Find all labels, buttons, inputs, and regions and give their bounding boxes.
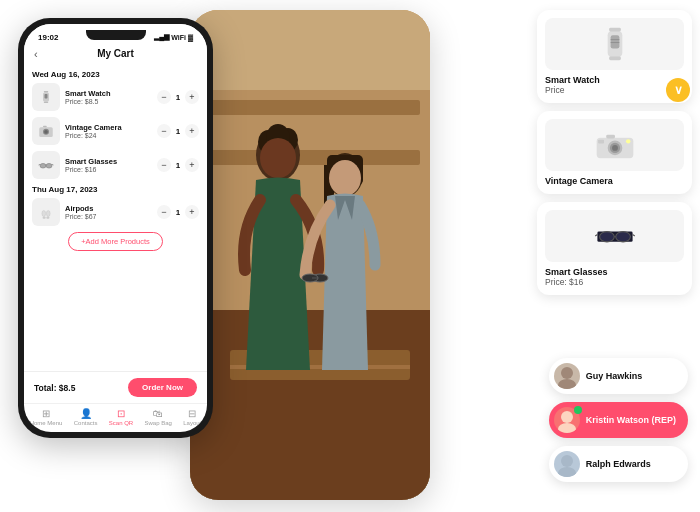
guy-avatar-wrap bbox=[554, 363, 580, 389]
nav-layout[interactable]: ⊟ Layout bbox=[183, 408, 201, 426]
nav-scan[interactable]: ⊡ Scan QR bbox=[109, 408, 133, 426]
svg-rect-16 bbox=[46, 217, 49, 219]
nav-bag-label: Swap Bag bbox=[145, 420, 172, 426]
camera-info: Vintage Camera Price: $24 bbox=[65, 123, 152, 139]
svg-rect-38 bbox=[610, 35, 619, 48]
camera-card-image bbox=[545, 119, 684, 171]
add-more-button[interactable]: +Add More Products bbox=[68, 232, 163, 251]
nav-home[interactable]: ⊞ Home Menu bbox=[30, 408, 63, 426]
online-indicator bbox=[574, 406, 582, 414]
svg-point-33 bbox=[329, 160, 361, 196]
contacts-icon: 👤 bbox=[80, 408, 92, 419]
svg-point-61 bbox=[558, 467, 576, 477]
bottom-nav: ⊞ Home Menu 👤 Contacts ⊡ Scan QR 🛍 Swap … bbox=[24, 403, 207, 432]
phone-mockup: 19:02 ▂▄▆ WiFi ▓ ‹ My Cart Wed Aug 16, 2… bbox=[18, 18, 213, 438]
camera-minus-btn[interactable]: − bbox=[157, 124, 171, 138]
camera-plus-btn[interactable]: + bbox=[185, 124, 199, 138]
watch-card-name: Smart Watch bbox=[545, 75, 684, 85]
nav-contacts[interactable]: 👤 Contacts bbox=[74, 408, 98, 426]
glasses-minus-btn[interactable]: − bbox=[157, 158, 171, 172]
glasses-name: Smart Glasses bbox=[65, 157, 152, 166]
scan-icon: ⊡ bbox=[117, 408, 125, 419]
cart-footer: Total: $8.5 Order Now bbox=[24, 371, 207, 403]
svg-rect-1 bbox=[45, 94, 48, 99]
camera-card-name: Vintage Camera bbox=[545, 176, 684, 186]
watch-minus-btn[interactable]: − bbox=[157, 90, 171, 104]
svg-rect-15 bbox=[43, 217, 46, 219]
svg-line-54 bbox=[595, 235, 597, 236]
center-photo bbox=[190, 10, 430, 500]
svg-point-13 bbox=[42, 211, 46, 217]
svg-point-58 bbox=[561, 411, 573, 423]
watch-card-price: Price bbox=[545, 85, 684, 95]
airpods-qty: 1 bbox=[174, 208, 182, 217]
phone-header: ‹ My Cart bbox=[24, 46, 207, 63]
svg-rect-2 bbox=[44, 91, 49, 93]
cart-item-watch: Smart Watch Price: $8.5 − 1 + bbox=[32, 83, 199, 111]
airpods-price: Price: $67 bbox=[65, 213, 152, 220]
airpods-minus-btn[interactable]: − bbox=[157, 205, 171, 219]
guy-avatar bbox=[554, 363, 580, 389]
watch-plus-btn[interactable]: + bbox=[185, 90, 199, 104]
cart-item-glasses: Smart Glasses Price: $16 − 1 + bbox=[32, 151, 199, 179]
glasses-price: Price: $16 bbox=[65, 166, 152, 173]
user-bubble-ralph[interactable]: Ralph Edwards bbox=[549, 446, 688, 482]
airpods-info: Airpods Price: $67 bbox=[65, 204, 152, 220]
glasses-qty-control: − 1 + bbox=[157, 158, 199, 172]
svg-point-8 bbox=[40, 164, 46, 169]
glasses-qty: 1 bbox=[174, 161, 182, 170]
user-bubbles-list: Guy Hawkins Kristin Watson (REP) Ralph E… bbox=[549, 358, 688, 482]
product-card-camera: Vintage Camera bbox=[537, 111, 692, 194]
glasses-plus-btn[interactable]: + bbox=[185, 158, 199, 172]
watch-qty-control: − 1 + bbox=[157, 90, 199, 104]
kristin-avatar-wrap bbox=[554, 407, 580, 433]
phone-notch bbox=[86, 30, 146, 40]
back-button[interactable]: ‹ bbox=[34, 48, 38, 60]
svg-rect-39 bbox=[609, 28, 621, 32]
product-card-glasses: Smart Glasses Price: $16 bbox=[537, 202, 692, 295]
ralph-avatar bbox=[554, 451, 580, 477]
watch-name: Smart Watch bbox=[65, 89, 152, 98]
user-bubble-guy[interactable]: Guy Hawkins bbox=[549, 358, 688, 394]
product-cards-panel: Smart Watch Price ∨ Vintage Camera bbox=[537, 10, 692, 303]
camera-name: Vintage Camera bbox=[65, 123, 152, 132]
svg-line-55 bbox=[632, 235, 634, 236]
status-icons: ▂▄▆ WiFi ▓ bbox=[154, 33, 193, 41]
ralph-avatar-wrap bbox=[554, 451, 580, 477]
cart-item-airpods: Airpods Price: $67 − 1 + bbox=[32, 198, 199, 226]
glasses-card-image bbox=[545, 210, 684, 262]
cart-item-camera: Vintage Camera Price: $24 − 1 + bbox=[32, 117, 199, 145]
airpods-name: Airpods bbox=[65, 204, 152, 213]
nav-bag[interactable]: 🛍 Swap Bag bbox=[145, 408, 172, 426]
nav-contacts-label: Contacts bbox=[74, 420, 98, 426]
bag-icon: 🛍 bbox=[153, 408, 163, 419]
order-now-button[interactable]: Order Now bbox=[128, 378, 197, 397]
airpods-plus-btn[interactable]: + bbox=[185, 205, 199, 219]
svg-point-60 bbox=[561, 455, 573, 467]
chevron-badge[interactable]: ∨ bbox=[666, 78, 690, 102]
signal-icon: ▂▄▆ bbox=[154, 33, 169, 41]
svg-rect-3 bbox=[44, 102, 49, 104]
watch-thumbnail bbox=[32, 83, 60, 111]
time-display: 19:02 bbox=[38, 33, 58, 42]
glasses-thumbnail bbox=[32, 151, 60, 179]
nav-home-label: Home Menu bbox=[30, 420, 63, 426]
svg-rect-23 bbox=[200, 150, 420, 165]
watch-qty: 1 bbox=[174, 93, 182, 102]
svg-point-51 bbox=[599, 232, 614, 242]
svg-point-28 bbox=[260, 138, 296, 178]
guy-name: Guy Hawkins bbox=[586, 371, 643, 381]
airpods-qty-control: − 1 + bbox=[157, 205, 199, 219]
user-bubble-kristin[interactable]: Kristin Watson (REP) bbox=[549, 402, 688, 438]
layout-icon: ⊟ bbox=[188, 408, 196, 419]
camera-qty-control: − 1 + bbox=[157, 124, 199, 138]
nav-scan-label: Scan QR bbox=[109, 420, 133, 426]
svg-point-59 bbox=[558, 423, 576, 433]
svg-point-14 bbox=[46, 211, 50, 217]
home-icon: ⊞ bbox=[42, 408, 50, 419]
glasses-info: Smart Glasses Price: $16 bbox=[65, 157, 152, 173]
wifi-icon: WiFi bbox=[171, 34, 186, 41]
date-wed: Wed Aug 16, 2023 bbox=[32, 70, 199, 79]
camera-qty: 1 bbox=[174, 127, 182, 136]
airpods-thumbnail bbox=[32, 198, 60, 226]
